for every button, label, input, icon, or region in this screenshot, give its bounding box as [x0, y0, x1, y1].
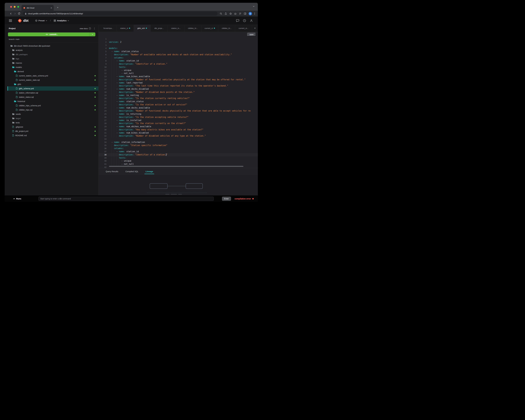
chat-icon[interactable]: [236, 19, 239, 22]
new-tab-button[interactable]: +: [56, 6, 59, 9]
tab-close-icon[interactable]: [51, 7, 52, 9]
code-line[interactable]: 21 - name: station_status: [99, 100, 258, 103]
forward-icon[interactable]: [13, 11, 17, 16]
browser-menu-icon[interactable]: [254, 12, 255, 15]
code-line[interactable]: 38 description: "Identifier of a station…: [99, 153, 258, 156]
share-icon[interactable]: [225, 12, 227, 15]
tree-folder-historical[interactable]: historical: [5, 99, 98, 104]
save-button[interactable]: save: [247, 33, 256, 37]
code-line[interactable]: 33: [99, 138, 258, 141]
lineage-canvas[interactable]: [99, 175, 258, 195]
editor-tab-gbfs-sch[interactable]: gbfs_sch: [134, 25, 151, 32]
tree-folder-tests[interactable]: tests: [5, 121, 98, 125]
hamburger-menu-icon[interactable]: [9, 19, 12, 22]
code-line[interactable]: 31 - name: num_bikes_disabled: [99, 131, 258, 134]
user-icon[interactable]: [250, 19, 253, 22]
code-line[interactable]: 1: [99, 38, 258, 41]
commit-button[interactable]: commit...: [8, 32, 95, 36]
code-line[interactable]: 12 - not_null: [99, 72, 258, 75]
code-line[interactable]: 22 description: "Is the station active o…: [99, 103, 258, 106]
code-line[interactable]: 24 description: "Number of functional do…: [99, 109, 258, 113]
code-line[interactable]: 15 - name: last_reported: [99, 81, 258, 85]
window-zoom-button[interactable]: [17, 6, 19, 8]
editor-tab-station-st[interactable]: station_st: [117, 25, 134, 32]
sidebar-menu-icon[interactable]: ⋮: [93, 27, 96, 30]
tree-file-gbfs-schema-yml[interactable]: gbfs_schema.yml: [7, 86, 98, 91]
tree-folder-dbt-packages[interactable]: dbt_packages: [5, 52, 98, 57]
code-line[interactable]: 35 description: "Station specific inform…: [99, 144, 258, 147]
code-line[interactable]: 26 description: "Is the station acceptin…: [99, 116, 258, 119]
code-line[interactable]: 39 tests:: [99, 156, 258, 160]
editor-tab-scratchpa[interactable]: Scratchpa...: [100, 25, 117, 32]
dbt-command-input[interactable]: [38, 197, 214, 201]
commit-options-button[interactable]: [89, 32, 95, 36]
tree-folder-derived[interactable]: derived: [5, 69, 98, 74]
extensions-icon[interactable]: [234, 12, 237, 15]
code-line[interactable]: 20 description: "Is the station currentl…: [99, 97, 258, 100]
code-line[interactable]: 11 - unique: [99, 69, 258, 72]
tree-folder-seeds[interactable]: seeds: [5, 112, 98, 116]
tree-file-readme-md[interactable]: README.md: [5, 133, 98, 138]
code-line[interactable]: 19 - name: is_renting: [99, 94, 258, 97]
project-selector[interactable]: Preset: [35, 19, 47, 22]
tree-folder-models[interactable]: models: [5, 65, 98, 69]
code-line[interactable]: 14 description: "Number of functional ve…: [99, 78, 258, 81]
tree-file-dbt-project-yml[interactable]: dbt_project.yml: [5, 129, 98, 133]
runs-toggle[interactable]: Runs: [13, 198, 38, 200]
tree-folder-macros[interactable]: macros: [5, 61, 98, 65]
code-line[interactable]: 16 description: "The last time this stat…: [99, 84, 258, 87]
reading-list-icon[interactable]: [239, 12, 242, 15]
editor-tab-citibike-tri[interactable]: citibike_tri...: [218, 25, 235, 32]
tree-folder-analysis[interactable]: analysis: [5, 48, 98, 52]
window-close-button[interactable]: [10, 6, 12, 8]
profile-avatar[interactable]: S: [249, 12, 252, 15]
code-line[interactable]: 7 columns:: [99, 56, 258, 59]
panel-tab-compiled-sql[interactable]: Compiled SQL: [125, 168, 138, 175]
split-screen-icon[interactable]: [244, 12, 246, 15]
code-line[interactable]: 36 columns:: [99, 147, 258, 150]
code-line[interactable]: 23 - name: num_docks_available: [99, 106, 258, 109]
code-line[interactable]: 28 description: "Is the station currentl…: [99, 122, 258, 125]
code-line[interactable]: 4models:: [99, 47, 258, 50]
editor-tab-dbt-proje[interactable]: dbt_proje...: [151, 25, 168, 32]
editor-tab-current-st[interactable]: current_st...: [235, 25, 252, 32]
tree-file-station-information-sql[interactable]: station_information.sql: [5, 91, 98, 95]
back-icon[interactable]: [9, 11, 13, 16]
browser-tab[interactable]: dbt Cloud: [21, 5, 54, 11]
code-line[interactable]: 29 - name: num_ebikes_available: [99, 125, 258, 128]
code-editor[interactable]: 12version: 234models:5 - name: station_s…: [99, 38, 258, 168]
tree-file-citibike-trips-schema-yml[interactable]: citibike_trips_schema.yml: [5, 104, 98, 108]
code-line[interactable]: 34 - name: station_information: [99, 141, 258, 144]
code-line[interactable]: 30 description: "How many electric bikes…: [99, 128, 258, 131]
code-line[interactable]: 40 - unique: [99, 159, 258, 162]
tree-file-station-status-sql[interactable]: station_status.sql: [5, 95, 98, 99]
view-docs-link[interactable]: view docs ?: [80, 27, 91, 29]
code-line[interactable]: 3: [99, 44, 258, 47]
tree-file-gitignore[interactable]: .gitignore: [5, 125, 98, 129]
help-icon[interactable]: ?: [243, 19, 246, 22]
tree-folder-logs[interactable]: logs: [5, 57, 98, 61]
code-line[interactable]: 6 description: "Number of available vehi…: [99, 53, 258, 56]
environment-selector[interactable]: Analytics: [54, 19, 69, 22]
tree-file-current-station-stats-schema-yml[interactable]: current_station_stats_schema.yml: [5, 74, 98, 78]
tree-folder-dbt-cloud-70655-shreesham-dbt-quickstart[interactable]: dbt-cloud-70655-shreesham-dbt-quickstart: [5, 44, 98, 48]
code-line[interactable]: 5 - name: station_status: [99, 50, 258, 53]
code-line[interactable]: 10 tests:: [99, 66, 258, 69]
code-line[interactable]: 9 description: "Identifier of a station.…: [99, 62, 258, 66]
tree-file-citibike-trips-sql[interactable]: citibike_trips.sql: [5, 108, 98, 112]
panel-tab-query-results[interactable]: Query Results: [106, 168, 118, 175]
tree-folder-target[interactable]: target: [5, 116, 98, 121]
code-line[interactable]: 18 description: "Number of disabled dock…: [99, 91, 258, 94]
compilation-status[interactable]: compilation error: [234, 198, 254, 200]
code-line[interactable]: 25 - name: is_returning: [99, 113, 258, 116]
code-line[interactable]: 13 - name: num_bikes_available: [99, 75, 258, 78]
reload-icon[interactable]: [17, 11, 21, 16]
editor-tab-citibike-tri[interactable]: citibike_tri...: [184, 25, 201, 32]
code-line[interactable]: 17 - name: num_docks_disabled: [99, 87, 258, 91]
bookmark-star-icon[interactable]: [229, 12, 232, 15]
panel-tab-lineage[interactable]: Lineage: [146, 168, 153, 175]
new-file-tab-button[interactable]: +: [252, 25, 258, 32]
address-bar[interactable]: cloud.getdbt.com/ide/#/accounts/70655/pr…: [23, 11, 217, 16]
code-line[interactable]: 8 - name: station_id: [99, 59, 258, 62]
enter-button[interactable]: Enter: [222, 197, 231, 201]
